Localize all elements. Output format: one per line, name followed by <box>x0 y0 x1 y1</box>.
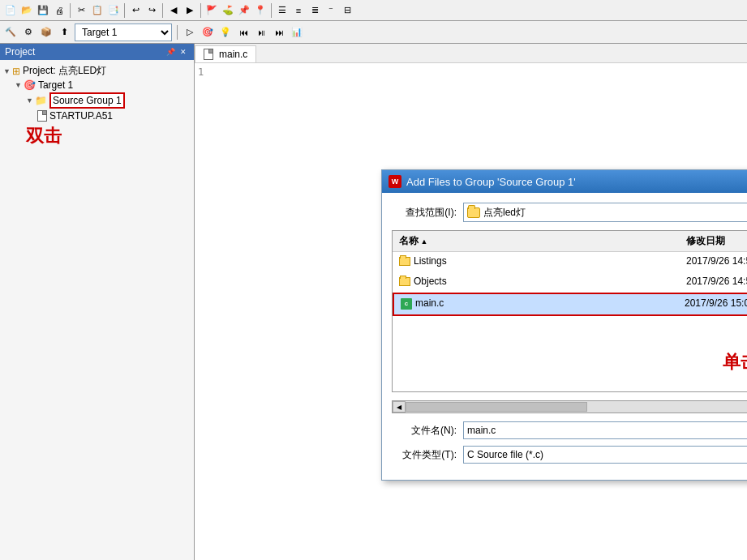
align1-icon[interactable]: ☰ <box>275 3 290 18</box>
close-panel-btn[interactable]: ✕ <box>178 46 189 58</box>
bottom-row: 文件名(N): 文件类型(T): C Source file (*.c) ▼ <box>392 421 747 470</box>
debug2-icon[interactable]: 🎯 <box>200 25 215 40</box>
nav-back-icon[interactable]: ◀ <box>166 3 181 18</box>
align5-icon[interactable]: ⊟ <box>340 3 354 18</box>
main-area: Project 📌 ✕ ▼ ⊞ Project: 点亮LED灯 ▼ 🎯 Targ… <box>0 44 747 560</box>
folder-path-container: 点亮led灯 ▼ ← 📁⬆ 📁+ ☰▼ <box>463 203 747 222</box>
debug1-icon[interactable]: ▷ <box>182 25 197 40</box>
sep3 <box>162 3 163 18</box>
debug4-icon[interactable]: ⏮ <box>236 25 251 40</box>
align4-icon[interactable]: ⁻ <box>324 3 338 18</box>
bookmark1-icon[interactable]: 🚩 <box>204 3 219 18</box>
scrollbar-track[interactable] <box>406 401 747 413</box>
bookmark4-icon[interactable]: 📍 <box>253 3 268 18</box>
project-icon: ⊞ <box>12 66 20 77</box>
line-number: 1 <box>198 66 204 78</box>
debug5-icon[interactable]: ⏯ <box>254 25 268 40</box>
tab-doc-icon <box>204 49 213 60</box>
new-icon[interactable]: 📄 <box>3 3 18 18</box>
debug6-icon[interactable]: ⏭ <box>272 25 286 40</box>
debug7-icon[interactable]: 📊 <box>290 25 304 40</box>
source-group-label: Source Group 1 <box>49 92 125 109</box>
filename-row: 文件名(N): <box>392 421 747 439</box>
tree-startup-file[interactable]: STARTUP.A51 <box>37 109 191 122</box>
nav-fwd-icon[interactable]: ▶ <box>182 3 197 18</box>
filetype-select[interactable]: C Source file (*.c) ▼ <box>463 446 747 464</box>
file-row-objects[interactable]: Objects 2017/9/26 14:57 文件夹 <box>393 272 747 293</box>
folder-select-inner: 点亮led灯 <box>467 206 747 220</box>
paste-icon[interactable]: 📋 <box>90 3 105 18</box>
project-panel: Project 📌 ✕ ▼ ⊞ Project: 点亮LED灯 ▼ 🎯 Targ… <box>0 44 195 560</box>
folder-icon: 📁 <box>35 95 47 106</box>
folder-select-dropdown[interactable]: 点亮led灯 ▼ <box>463 203 747 222</box>
objects-folder-icon <box>399 277 410 286</box>
file-list-header: 名称 修改日期 类型 <box>393 231 747 252</box>
debug3-icon[interactable]: 💡 <box>218 25 233 40</box>
print-icon[interactable]: 🖨 <box>52 3 67 18</box>
scrollbar-row[interactable]: ◀ ▶ <box>392 400 747 413</box>
tree-arrow-target: ▼ <box>15 81 22 89</box>
doc-icon <box>37 110 47 122</box>
tree-project-root[interactable]: ▼ ⊞ Project: 点亮LED灯 <box>3 63 191 79</box>
listings-date: 2017/9/26 14:57 <box>683 254 747 271</box>
folder-name: 点亮led灯 <box>483 206 526 220</box>
keil-logo: W <box>389 175 401 188</box>
tab-bar: main.c <box>195 44 747 63</box>
undo-icon[interactable]: ↩ <box>128 3 143 18</box>
copy-icon[interactable]: 💾 <box>36 3 50 18</box>
pin-btn[interactable]: 📌 <box>165 46 176 58</box>
double-click-annotation: 双击 <box>26 124 191 148</box>
scrollbar-thumb[interactable] <box>406 402 587 412</box>
scroll-left-btn[interactable]: ◀ <box>393 401 406 413</box>
c-file-icon: c <box>401 298 412 310</box>
date-col-header[interactable]: 修改日期 <box>683 233 747 250</box>
startup-label: STARTUP.A51 <box>49 110 113 122</box>
tree-arrow-root: ▼ <box>3 67 11 75</box>
build-icon[interactable]: 🔨 <box>3 25 18 40</box>
file-row-mainc[interactable]: cmain.c 2017/9/26 15:01 C程序 <box>393 293 747 316</box>
sep2 <box>124 3 125 18</box>
sep4 <box>200 3 201 18</box>
add-files-dialog: W Add Files to Group 'Source Group 1' ✕ … <box>381 169 747 481</box>
target-label: Target 1 <box>38 79 73 91</box>
filetype-value: C Source file (*.c) <box>467 449 543 460</box>
mainc-name: cmain.c <box>397 296 681 313</box>
objects-date: 2017/9/26 14:57 <box>683 274 747 291</box>
filename-input[interactable] <box>463 421 747 439</box>
tab-label: main.c <box>219 49 247 60</box>
target-select[interactable]: Target 1 <box>75 24 172 41</box>
align3-icon[interactable]: ≣ <box>307 3 322 18</box>
lookup-label: 查找范围(I): <box>392 206 457 220</box>
filetype-row: 文件类型(T): C Source file (*.c) ▼ <box>392 446 747 464</box>
main-c-tab[interactable]: main.c <box>195 45 256 62</box>
bottom-fields: 文件名(N): 文件类型(T): C Source file (*.c) ▼ <box>392 421 747 470</box>
mainc-date: 2017/9/26 15:01 <box>681 296 747 313</box>
toolbar-top: 📄 📂 💾 🖨 ✂ 📋 📑 ↩ ↪ ◀ ▶ 🚩 ⛳ 📌 📍 ☰ ≡ ≣ ⁻ ⊟ <box>0 0 747 21</box>
open-icon[interactable]: 📂 <box>19 3 34 18</box>
cut-icon[interactable]: ✂ <box>74 3 88 18</box>
build3-icon[interactable]: 📦 <box>39 25 54 40</box>
panel-title: Project <box>5 46 35 58</box>
bookmark3-icon[interactable]: 📌 <box>237 3 251 18</box>
file-row-listings[interactable]: Listings 2017/9/26 14:57 文件夹 <box>393 252 747 272</box>
file-list-container: 名称 修改日期 类型 Listings 2017/9/26 14:57 文件夹 <box>392 230 747 392</box>
objects-name: Objects <box>396 274 683 291</box>
listings-name: Listings <box>396 254 683 271</box>
name-col-header[interactable]: 名称 <box>396 233 683 250</box>
redo-icon[interactable]: ↪ <box>144 3 159 18</box>
sep5 <box>271 3 272 18</box>
tree-source-group[interactable]: ▼ 📁 Source Group 1 <box>26 92 191 109</box>
dialog-title-text: Add Files to Group 'Source Group 1' <box>406 176 576 188</box>
tree-target[interactable]: ▼ 🎯 Target 1 <box>15 79 191 92</box>
target-icon: 🎯 <box>24 79 36 91</box>
editor-area: main.c 1 W Add Files to Group 'Source Gr… <box>195 44 747 560</box>
tree-area: ▼ ⊞ Project: 点亮LED灯 ▼ 🎯 Target 1 ▼ 📁 Sou… <box>0 60 194 560</box>
toolbar-second: 🔨 ⚙ 📦 ⬆ Target 1 ▷ 🎯 💡 ⏮ ⏯ ⏭ 📊 <box>0 21 747 44</box>
filename-label: 文件名(N): <box>392 424 457 438</box>
copy2-icon[interactable]: 📑 <box>106 3 121 18</box>
build2-icon[interactable]: ⚙ <box>21 25 36 40</box>
dialog-title-bar: W Add Files to Group 'Source Group 1' ✕ <box>382 170 747 193</box>
align2-icon[interactable]: ≡ <box>291 3 306 18</box>
load-icon[interactable]: ⬆ <box>57 25 71 40</box>
bookmark2-icon[interactable]: ⛳ <box>221 3 235 18</box>
